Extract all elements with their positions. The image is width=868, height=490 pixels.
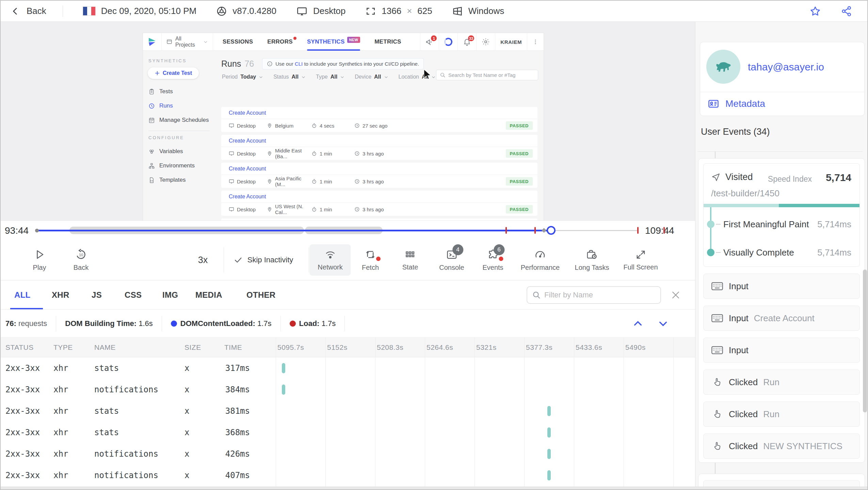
favorite-star-icon[interactable] (809, 5, 821, 17)
tab-other[interactable]: OTHER (246, 280, 276, 310)
table-row[interactable]: 2xx-3xxxhrnotificationsx384ms (1, 379, 695, 400)
run-test-name-link[interactable]: Create Account (221, 135, 537, 147)
event-item-click[interactable]: ClickedNEW SYNTHETICS (703, 434, 860, 459)
error-marker (663, 227, 665, 234)
visited-event-card[interactable]: Visited Speed Index 5,714 /test-builder/… (703, 163, 860, 267)
cli-link[interactable]: CLI (295, 61, 303, 67)
filter-period[interactable]: PeriodToday (222, 74, 263, 80)
test-search-input[interactable] (448, 72, 530, 78)
event-item-input[interactable]: Input (703, 274, 860, 299)
sidebar-item-tests[interactable]: Tests (148, 84, 214, 99)
filter-status[interactable]: StatusAll (273, 74, 306, 80)
waterfall-tick: 5490s (625, 338, 646, 357)
sidebar-item-runs[interactable]: Runs (148, 99, 214, 113)
event-item-click[interactable]: ClickedRun (703, 402, 860, 427)
table-row[interactable]: 2xx-3xxxhrstatsx368ms (1, 422, 695, 443)
elapsed-time: 93:44 (5, 225, 29, 236)
sidebar-item-manage-schedules[interactable]: Manage Schedules (148, 113, 214, 127)
share-icon[interactable] (841, 5, 852, 17)
event-item-input[interactable]: InputCreate Account (703, 306, 860, 331)
full-screen-button[interactable]: Full Screen (623, 249, 658, 271)
table-row[interactable]: 2xx-3xxxhrstatsx381ms (1, 400, 695, 422)
waterfall-bar (282, 385, 285, 395)
tab-errors[interactable]: ERRORS (267, 33, 293, 51)
run-test-name-link[interactable]: Create Account (221, 107, 537, 119)
load-time: Load: 1.7s (281, 316, 345, 331)
sidebar-scrollbar[interactable] (863, 270, 867, 412)
long-tasks-panel-button[interactable]: Long Tasks (575, 248, 609, 272)
notifications-button[interactable]: 33 (457, 33, 476, 51)
fullscreen-icon (635, 249, 646, 260)
tab-all[interactable]: ALL (14, 280, 31, 310)
playhead-handle[interactable] (547, 226, 556, 235)
timeline-track[interactable] (36, 221, 640, 240)
col-type[interactable]: TYPE (53, 338, 73, 357)
search-icon (440, 72, 446, 78)
network-filter-input[interactable] (544, 291, 653, 299)
tab-synthetics[interactable]: SYNTHETICSNEW (307, 33, 360, 51)
announcements-button[interactable]: 1 (420, 33, 439, 51)
info-icon (267, 61, 273, 67)
events-panel-button[interactable]: 6 Events (482, 248, 503, 272)
play-button[interactable]: Play (33, 248, 46, 272)
run-detail-row[interactable]: Desktop Middle East (Ba... 1 min 3 hrs a… (221, 147, 537, 160)
fetch-panel-button[interactable]: Fetch (362, 248, 379, 272)
tab-xhr[interactable]: XHR (52, 280, 69, 310)
error-marker (637, 227, 639, 234)
state-panel-button[interactable]: State (402, 249, 418, 271)
close-panel-icon[interactable] (671, 290, 681, 300)
run-detail-row[interactable]: Desktop Belgium 4 secs 27 sec ago PASSED (221, 119, 537, 132)
metadata-button[interactable]: Metadata (708, 92, 765, 116)
divider (63, 5, 63, 17)
network-filter-box[interactable] (527, 286, 661, 304)
run-detail-row[interactable]: Desktop Asia Pacific (M... 1 min 3 hrs a… (221, 175, 537, 188)
tab-css[interactable]: CSS (125, 280, 142, 310)
clock-icon (354, 151, 360, 156)
project-selector[interactable]: All Projects (161, 33, 213, 51)
run-card: Create Account Desktop Asia Pacific (M..… (221, 163, 537, 188)
account-menu[interactable]: KRAIEM (495, 33, 527, 51)
create-test-button[interactable]: Create Test (148, 67, 199, 79)
run-test-name-link[interactable]: Create Account (221, 191, 537, 203)
filter-type[interactable]: TypeAll (316, 74, 344, 80)
sidebar-item-variables[interactable]: Variables (148, 144, 214, 159)
col-name[interactable]: NAME (94, 338, 116, 357)
sidebar-item-environments[interactable]: Environments (148, 159, 214, 173)
event-item-click[interactable]: ClickedRun (703, 370, 860, 395)
user-email-link[interactable]: tahay@asayer.io (748, 61, 824, 73)
filter-device[interactable]: DeviceAll (355, 74, 388, 80)
fmp-label: First Meaningful Paint (723, 219, 809, 230)
col-time[interactable]: TIME (224, 338, 242, 357)
fmp-value: 5,714ms (817, 219, 851, 230)
resolution-icon (365, 6, 376, 17)
run-detail-row[interactable]: Desktop US West (N. Cal... 1 min 3 hrs a… (221, 203, 537, 216)
settings-button[interactable] (476, 33, 495, 51)
table-row[interactable]: 2xx-3xxxhrnotificationsx426ms (1, 443, 695, 464)
network-panel-button[interactable]: Network (309, 244, 351, 276)
sidebar-item-templates[interactable]: Templates (148, 173, 214, 187)
skip-inactivity-toggle[interactable]: Skip Inactivity (234, 256, 293, 264)
back-10-button[interactable]: 10 Back (74, 248, 89, 272)
back-button[interactable]: Back (1, 6, 63, 16)
tab-metrics[interactable]: METRICS (374, 33, 401, 51)
table-row[interactable]: 2xx-3xxxhrnotificationsx407ms (1, 464, 695, 486)
table-row[interactable]: 2xx-3xxxhrstatsx317ms (1, 357, 695, 379)
console-panel-button[interactable]: 4 Console (439, 248, 464, 272)
tab-media[interactable]: MEDIA (195, 280, 222, 310)
session-date: Dec 09, 2020, 05:10 PM (101, 6, 196, 16)
playback-speed-button[interactable]: 3x (198, 255, 208, 265)
more-menu-button[interactable] (527, 33, 544, 51)
performance-panel-button[interactable]: Performance (521, 248, 560, 272)
chevron-up-icon[interactable] (632, 318, 643, 329)
event-item-input[interactable]: Input (703, 338, 860, 363)
run-test-name-link[interactable]: Create Account (221, 163, 537, 175)
col-status[interactable]: STATUS (5, 338, 34, 357)
tab-sessions[interactable]: SESSIONS (223, 33, 253, 51)
test-search-box[interactable] (436, 70, 538, 80)
tab-js[interactable]: JS (92, 280, 102, 310)
chevron-down-icon[interactable] (658, 318, 669, 329)
col-size[interactable]: SIZE (184, 338, 201, 357)
network-request-table: 2xx-3xxxhrstatsx317ms 2xx-3xxxhrnotifica… (1, 357, 695, 487)
country-flag-france (83, 6, 96, 16)
tab-img[interactable]: IMG (162, 280, 178, 310)
